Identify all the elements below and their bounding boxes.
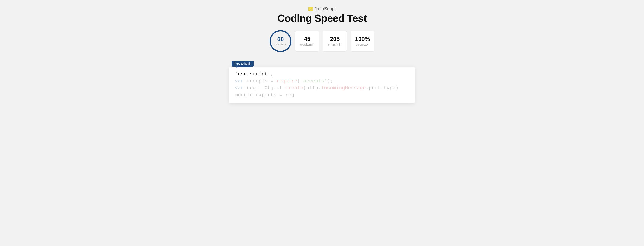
timer-circle: 60 seconds (270, 30, 292, 52)
code-token: ) (396, 85, 398, 91)
code-token: = (280, 92, 282, 98)
code-token: . (282, 85, 285, 91)
code-token: Object (262, 85, 282, 91)
code-token: . (252, 92, 256, 98)
code-token: = (258, 85, 262, 91)
code-token: var (235, 85, 244, 91)
javascript-icon: JS (308, 7, 313, 11)
js-badge-text: JS (310, 9, 312, 11)
code-area: Type to begin 'use strict'; var accepts … (229, 67, 415, 103)
stat-cpm-value: 205 (330, 36, 340, 42)
code-token: req (244, 85, 258, 91)
code-token: ( (297, 78, 300, 84)
code-token: . (318, 85, 321, 91)
code-token: req (282, 92, 294, 98)
stat-accuracy: 100% accuracy (350, 31, 374, 52)
stat-accuracy-value: 100% (355, 36, 370, 42)
code-token: 'accepts' (300, 78, 327, 84)
language-label: JavaScript (314, 6, 336, 12)
code-token: module (235, 92, 252, 98)
code-token: var (235, 78, 244, 84)
stat-wpm-value: 45 (304, 36, 310, 42)
code-token: accepts (244, 78, 270, 84)
code-line-current: 'use strict'; (235, 71, 274, 77)
code-token: = (270, 78, 274, 84)
code-token: . (366, 85, 369, 91)
code-token: ( (303, 85, 306, 91)
language-row: JS JavaScript (278, 6, 366, 12)
stat-wpm-label: words/min (300, 43, 314, 46)
typing-input[interactable]: 'use strict'; var accepts = require('acc… (229, 67, 415, 103)
code-token: IncomingMessage (321, 85, 366, 91)
timer-value: 60 (277, 36, 284, 42)
stats-row: 60 seconds 45 words/min 205 chars/min 10… (270, 30, 374, 52)
stat-cpm: 205 chars/min (323, 31, 347, 52)
stat-cpm-label: chars/min (328, 43, 342, 46)
code-token: ) (327, 78, 330, 84)
timer-label: seconds (275, 43, 286, 46)
stat-wpm: 45 words/min (295, 31, 319, 52)
code-token: ; (330, 78, 333, 84)
code-token: create (286, 85, 303, 91)
tooltip-type-to-begin: Type to begin (232, 61, 254, 67)
header: JS JavaScript Coding Speed Test (278, 6, 366, 30)
code-token: exports (256, 92, 280, 98)
code-token: require (274, 78, 297, 84)
stat-accuracy-label: accuracy (356, 43, 369, 46)
page-title: Coding Speed Test (278, 13, 366, 24)
code-token: http (306, 85, 318, 91)
code-token: prototype (369, 85, 396, 91)
